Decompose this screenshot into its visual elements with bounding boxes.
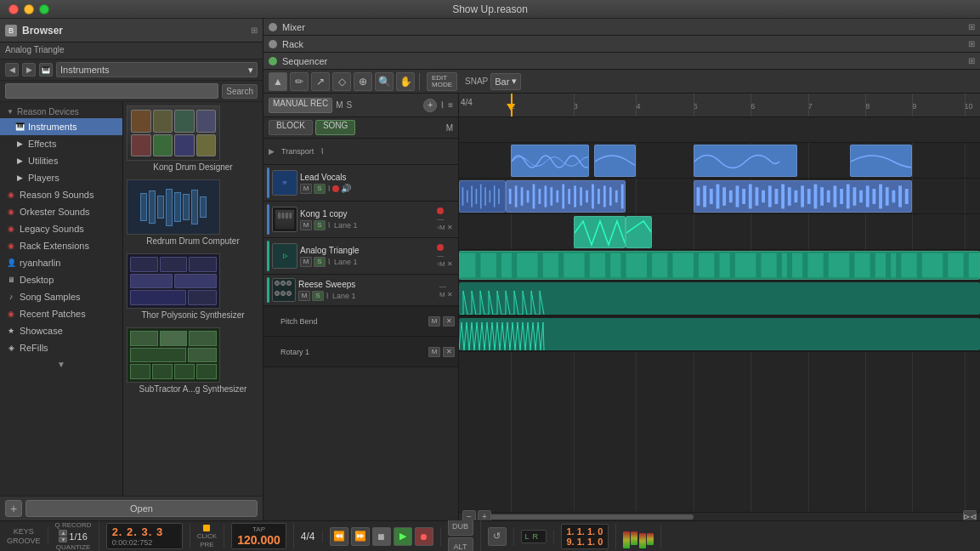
sidebar-item-showcase[interactable]: ★ Showcase <box>0 322 122 339</box>
open-button[interactable]: Open <box>25 500 258 517</box>
alt-button[interactable]: ALT <box>448 537 473 552</box>
browser-type-dropdown[interactable]: Instruments ▾ <box>56 62 258 77</box>
lead-vocals-clip-4[interactable] <box>850 145 913 177</box>
sidebar-item-rack-extensions[interactable]: ◉ Rack Extensions <box>0 237 122 254</box>
device-kong[interactable]: Kong Drum Designer <box>127 105 259 173</box>
zoom-in-button[interactable]: + <box>478 510 491 521</box>
sidebar-item-utilities[interactable]: ▶ Utilities <box>0 152 122 169</box>
sidebar-item-ryanharlin[interactable]: 👤 ryanharlin <box>0 254 122 271</box>
bar-dropdown[interactable]: Bar ▾ <box>490 73 521 90</box>
sidebar-item-players[interactable]: ▶ Players <box>0 169 122 186</box>
sidebar-item-refills[interactable]: ◈ ReFills <box>0 339 122 356</box>
seq-h-thumb[interactable] <box>485 514 694 520</box>
lead-vocals-clip-1[interactable] <box>511 145 589 177</box>
reese-clip-main[interactable] <box>459 251 980 280</box>
reason-devices-section[interactable]: ▼ Reason Devices <box>0 105 122 118</box>
device-redrum[interactable]: Redrum Drum Computer <box>127 179 259 247</box>
transport-row[interactable]: ▶ Transport ⌇ <box>263 139 458 164</box>
pitch-bend-clip[interactable] <box>459 282 980 315</box>
rotary1-x[interactable]: ✕ <box>443 347 455 357</box>
analog-clip-2[interactable] <box>626 216 652 248</box>
mixer-expand-icon[interactable]: ⊞ <box>968 22 975 31</box>
wave-btn[interactable]: ⌇ <box>440 100 445 110</box>
device-thor[interactable]: Thor Polysonic Synthesizer <box>127 253 259 321</box>
sidebar-item-desktop[interactable]: 🖥 Desktop <box>0 271 122 288</box>
search-button[interactable]: Search <box>222 84 258 99</box>
nav-forward-button[interactable]: ▶ <box>22 63 36 77</box>
reese-mute[interactable]: M <box>298 291 310 301</box>
scroll-down-btn[interactable]: ▼ <box>0 356 122 372</box>
seq-h-scrollbar[interactable]: − + ⊳⊲ <box>459 512 980 520</box>
edit-mode-btn[interactable]: EDITMODE <box>427 72 457 91</box>
q-arrows[interactable]: ▲ ▼ <box>59 530 67 542</box>
add-device-button[interactable]: + <box>5 500 22 517</box>
nav-back-button[interactable]: ◀ <box>5 63 19 77</box>
more-btn[interactable]: ≡ <box>448 100 453 110</box>
kong1-mute[interactable]: M <box>300 220 312 230</box>
manual-rec-button[interactable]: MANUAL REC <box>269 98 332 113</box>
play-button[interactable]: ▶ <box>394 527 412 546</box>
fast-forward-button[interactable]: ⏩ <box>351 527 370 546</box>
rack-expand-icon[interactable]: ⊞ <box>968 39 975 48</box>
zoom-tool[interactable]: ⊕ <box>354 72 372 91</box>
zoom-fit-btn[interactable]: ⊳⊲ <box>963 510 977 521</box>
sidebar-item-effects[interactable]: ▶ Effects <box>0 135 122 152</box>
lead-vocals-row[interactable]: ≋ Lead Vocals M S ⌇ <box>263 165 458 201</box>
sidebar-item-orkester[interactable]: ◉ Orkester Sounds <box>0 203 122 220</box>
sidebar-item-legacy[interactable]: ◉ Legacy Sounds <box>0 220 122 237</box>
mixer-panel-tab[interactable]: Mixer ⊞ <box>263 19 980 36</box>
analog-mute[interactable]: M <box>300 257 312 267</box>
q-up-arrow[interactable]: ▲ <box>59 530 67 536</box>
rewind-button[interactable]: ⏪ <box>330 527 348 546</box>
magnify-tool[interactable]: 🔍 <box>375 72 394 91</box>
svg-rect-2 <box>471 185 473 207</box>
add-track-button[interactable]: + <box>423 99 437 112</box>
hand-tool[interactable]: ✋ <box>396 72 415 91</box>
sequencer-panel-tab[interactable]: Sequencer ⊞ <box>263 53 980 70</box>
reese-solo[interactable]: S <box>312 291 324 301</box>
sidebar-item-recent[interactable]: ◉ Recent Patches <box>0 305 122 322</box>
kong1-clip-1[interactable] <box>459 180 506 213</box>
maximize-button[interactable] <box>39 4 49 14</box>
pitch-bend-x[interactable]: ✕ <box>443 316 455 327</box>
lead-vocals-info: Lead Vocals M S ⌇ 🔊 <box>300 173 455 194</box>
reese-sweeps-row[interactable]: Reese Sweeps M S ⌇ Lane 1 — <box>263 275 458 305</box>
lead-vocals-mute[interactable]: M <box>300 184 312 194</box>
analog-triangle-row[interactable]: ▷ Analog Triangle M S ⌇ Lane 1 <box>263 238 458 274</box>
minimize-button[interactable] <box>24 4 34 14</box>
search-input[interactable] <box>5 83 218 99</box>
rack-panel-tab[interactable]: Rack ⊞ <box>263 36 980 53</box>
window-controls[interactable] <box>8 4 49 14</box>
rotary1-m[interactable]: M <box>428 347 440 357</box>
pitch-bend-m[interactable]: M <box>428 316 440 327</box>
kong1-clip-3[interactable] <box>694 180 912 213</box>
record-button[interactable]: ⏺ <box>415 527 433 546</box>
close-button[interactable] <box>8 4 19 14</box>
zoom-out-button[interactable]: − <box>462 510 476 521</box>
block-mode-btn[interactable]: BLOCK <box>269 120 313 135</box>
lead-vocals-solo[interactable]: S <box>314 184 326 194</box>
loop-button[interactable]: ↺ <box>488 527 507 546</box>
sidebar-item-song-samples[interactable]: ♪ Song Samples <box>0 288 122 305</box>
song-mode-btn[interactable]: SONG <box>315 120 355 135</box>
stop-button[interactable]: ⏹ <box>372 527 391 546</box>
kong1-row[interactable]: Kong 1 copy M S ⌇ Lane 1 <box>263 202 458 237</box>
kong1-clip-2[interactable] <box>506 180 626 213</box>
q-down-arrow[interactable]: ▼ <box>59 537 67 542</box>
rotary1-clip[interactable] <box>459 318 980 350</box>
sidebar-item-instruments[interactable]: 🎹 Instruments <box>0 118 122 135</box>
seq-expand-icon[interactable]: ⊞ <box>968 56 975 65</box>
pencil-tool[interactable]: ✏ <box>290 72 309 91</box>
kong1-solo[interactable]: S <box>314 220 326 230</box>
select-tool[interactable]: ▲ <box>269 72 287 91</box>
lead-vocals-clip-3[interactable] <box>694 145 798 177</box>
device-subtractor[interactable]: SubTractor A...g Synthesizer <box>127 327 259 395</box>
tempo-display[interactable]: TAP 120.000 <box>231 523 286 549</box>
razor-tool[interactable]: ◇ <box>332 72 351 91</box>
eraser-tool[interactable]: ↗ <box>311 72 330 91</box>
lead-vocals-clip-2[interactable] <box>594 145 636 177</box>
sidebar-item-reason9[interactable]: ◉ Reason 9 Sounds <box>0 186 122 203</box>
browser-expand-btn[interactable]: ⊞ <box>251 26 258 35</box>
analog-solo[interactable]: S <box>314 257 326 267</box>
analog-clip-1[interactable] <box>574 216 626 248</box>
